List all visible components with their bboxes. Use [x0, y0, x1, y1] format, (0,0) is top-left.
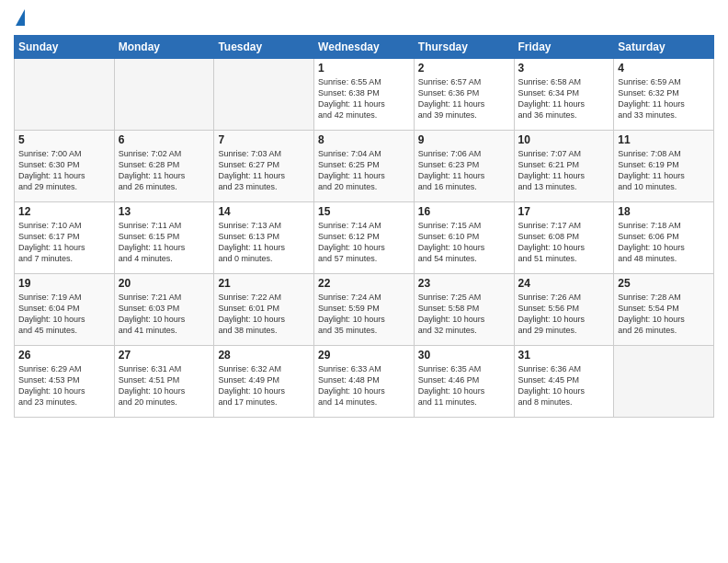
calendar-cell: [15, 59, 115, 131]
day-info: Sunrise: 6:31 AM Sunset: 4:51 PM Dayligh…: [119, 363, 210, 408]
day-header-tuesday: Tuesday: [214, 36, 314, 59]
week-row-1: 1Sunrise: 6:55 AM Sunset: 6:38 PM Daylig…: [15, 59, 714, 131]
day-number: 17: [518, 205, 610, 218]
day-number: 21: [218, 277, 310, 290]
calendar-cell: 8Sunrise: 7:04 AM Sunset: 6:25 PM Daylig…: [314, 131, 415, 202]
day-number: 19: [18, 277, 110, 290]
calendar-cell: 23Sunrise: 7:25 AM Sunset: 5:58 PM Dayli…: [414, 274, 514, 346]
calendar-table: SundayMondayTuesdayWednesdayThursdayFrid…: [14, 35, 714, 418]
calendar-cell: 2Sunrise: 6:57 AM Sunset: 6:36 PM Daylig…: [414, 59, 514, 131]
day-number: 24: [518, 277, 610, 290]
day-number: 11: [618, 133, 710, 146]
day-header-thursday: Thursday: [414, 36, 514, 59]
day-info: Sunrise: 7:18 AM Sunset: 6:06 PM Dayligh…: [618, 220, 710, 265]
day-number: 25: [618, 277, 710, 290]
day-number: 12: [18, 205, 110, 218]
calendar-cell: 7Sunrise: 7:03 AM Sunset: 6:27 PM Daylig…: [214, 131, 314, 202]
calendar-cell: 18Sunrise: 7:18 AM Sunset: 6:06 PM Dayli…: [614, 202, 714, 274]
day-number: 6: [119, 133, 210, 146]
day-header-saturday: Saturday: [614, 36, 714, 59]
day-info: Sunrise: 7:02 AM Sunset: 6:28 PM Dayligh…: [119, 148, 210, 193]
day-number: 31: [518, 349, 610, 362]
calendar-cell: 30Sunrise: 6:35 AM Sunset: 4:46 PM Dayli…: [414, 346, 514, 418]
day-info: Sunrise: 7:06 AM Sunset: 6:23 PM Dayligh…: [418, 148, 510, 193]
day-info: Sunrise: 7:21 AM Sunset: 6:03 PM Dayligh…: [119, 292, 210, 337]
day-number: 5: [18, 133, 110, 146]
day-info: Sunrise: 6:36 AM Sunset: 4:45 PM Dayligh…: [518, 363, 610, 408]
day-info: Sunrise: 7:03 AM Sunset: 6:27 PM Dayligh…: [218, 148, 310, 193]
day-number: 20: [119, 277, 210, 290]
calendar-cell: 14Sunrise: 7:13 AM Sunset: 6:13 PM Dayli…: [214, 202, 314, 274]
calendar-cell: 16Sunrise: 7:15 AM Sunset: 6:10 PM Dayli…: [414, 202, 514, 274]
calendar-cell: 27Sunrise: 6:31 AM Sunset: 4:51 PM Dayli…: [114, 346, 214, 418]
week-row-5: 26Sunrise: 6:29 AM Sunset: 4:53 PM Dayli…: [15, 346, 714, 418]
calendar-cell: 29Sunrise: 6:33 AM Sunset: 4:48 PM Dayli…: [314, 346, 415, 418]
day-number: 23: [418, 277, 510, 290]
calendar-cell: 9Sunrise: 7:06 AM Sunset: 6:23 PM Daylig…: [414, 131, 514, 202]
day-number: 2: [418, 62, 510, 75]
day-number: 13: [119, 205, 210, 218]
day-info: Sunrise: 7:17 AM Sunset: 6:08 PM Dayligh…: [518, 220, 610, 265]
calendar-cell: 4Sunrise: 6:59 AM Sunset: 6:32 PM Daylig…: [614, 59, 714, 131]
logo: [14, 9, 25, 28]
day-info: Sunrise: 7:13 AM Sunset: 6:13 PM Dayligh…: [218, 220, 310, 265]
calendar-cell: 31Sunrise: 6:36 AM Sunset: 4:45 PM Dayli…: [514, 346, 614, 418]
calendar-cell: 13Sunrise: 7:11 AM Sunset: 6:15 PM Dayli…: [114, 202, 214, 274]
week-row-2: 5Sunrise: 7:00 AM Sunset: 6:30 PM Daylig…: [15, 131, 714, 202]
calendar-cell: 5Sunrise: 7:00 AM Sunset: 6:30 PM Daylig…: [15, 131, 115, 202]
calendar-cell: 10Sunrise: 7:07 AM Sunset: 6:21 PM Dayli…: [514, 131, 614, 202]
calendar-cell: 11Sunrise: 7:08 AM Sunset: 6:19 PM Dayli…: [614, 131, 714, 202]
day-info: Sunrise: 7:08 AM Sunset: 6:19 PM Dayligh…: [618, 148, 710, 193]
day-number: 8: [318, 133, 410, 146]
calendar-cell: 12Sunrise: 7:10 AM Sunset: 6:17 PM Dayli…: [15, 202, 115, 274]
day-number: 27: [119, 349, 210, 362]
header-row: SundayMondayTuesdayWednesdayThursdayFrid…: [15, 36, 714, 59]
calendar-cell: 15Sunrise: 7:14 AM Sunset: 6:12 PM Dayli…: [314, 202, 415, 274]
day-number: 28: [218, 349, 310, 362]
day-info: Sunrise: 7:04 AM Sunset: 6:25 PM Dayligh…: [318, 148, 410, 193]
calendar-cell: 25Sunrise: 7:28 AM Sunset: 5:54 PM Dayli…: [614, 274, 714, 346]
logo-triangle-icon: [16, 9, 25, 26]
day-info: Sunrise: 7:19 AM Sunset: 6:04 PM Dayligh…: [18, 292, 110, 337]
day-info: Sunrise: 7:22 AM Sunset: 6:01 PM Dayligh…: [218, 292, 310, 337]
day-header-wednesday: Wednesday: [314, 36, 415, 59]
day-info: Sunrise: 7:14 AM Sunset: 6:12 PM Dayligh…: [318, 220, 410, 265]
day-number: 7: [218, 133, 310, 146]
day-number: 1: [318, 62, 410, 75]
calendar-cell: 21Sunrise: 7:22 AM Sunset: 6:01 PM Dayli…: [214, 274, 314, 346]
calendar-cell: 19Sunrise: 7:19 AM Sunset: 6:04 PM Dayli…: [15, 274, 115, 346]
week-row-4: 19Sunrise: 7:19 AM Sunset: 6:04 PM Dayli…: [15, 274, 714, 346]
day-info: Sunrise: 6:55 AM Sunset: 6:38 PM Dayligh…: [318, 76, 410, 121]
week-row-3: 12Sunrise: 7:10 AM Sunset: 6:17 PM Dayli…: [15, 202, 714, 274]
day-info: Sunrise: 7:10 AM Sunset: 6:17 PM Dayligh…: [18, 220, 110, 265]
day-info: Sunrise: 6:35 AM Sunset: 4:46 PM Dayligh…: [418, 363, 510, 408]
day-info: Sunrise: 6:59 AM Sunset: 6:32 PM Dayligh…: [618, 76, 710, 121]
calendar-cell: [114, 59, 214, 131]
calendar-cell: 24Sunrise: 7:26 AM Sunset: 5:56 PM Dayli…: [514, 274, 614, 346]
day-number: 3: [518, 62, 610, 75]
calendar-cell: 3Sunrise: 6:58 AM Sunset: 6:34 PM Daylig…: [514, 59, 614, 131]
day-info: Sunrise: 6:32 AM Sunset: 4:49 PM Dayligh…: [218, 363, 310, 408]
calendar-cell: 6Sunrise: 7:02 AM Sunset: 6:28 PM Daylig…: [114, 131, 214, 202]
day-number: 22: [318, 277, 410, 290]
day-number: 26: [18, 349, 110, 362]
calendar-cell: 1Sunrise: 6:55 AM Sunset: 6:38 PM Daylig…: [314, 59, 415, 131]
day-info: Sunrise: 7:15 AM Sunset: 6:10 PM Dayligh…: [418, 220, 510, 265]
calendar-cell: 17Sunrise: 7:17 AM Sunset: 6:08 PM Dayli…: [514, 202, 614, 274]
day-header-monday: Monday: [114, 36, 214, 59]
calendar-cell: 26Sunrise: 6:29 AM Sunset: 4:53 PM Dayli…: [15, 346, 115, 418]
calendar-cell: 20Sunrise: 7:21 AM Sunset: 6:03 PM Dayli…: [114, 274, 214, 346]
day-number: 9: [418, 133, 510, 146]
day-info: Sunrise: 6:57 AM Sunset: 6:36 PM Dayligh…: [418, 76, 510, 121]
calendar-cell: [214, 59, 314, 131]
day-number: 18: [618, 205, 710, 218]
day-number: 30: [418, 349, 510, 362]
day-info: Sunrise: 7:24 AM Sunset: 5:59 PM Dayligh…: [318, 292, 410, 337]
day-info: Sunrise: 6:33 AM Sunset: 4:48 PM Dayligh…: [318, 363, 410, 408]
day-info: Sunrise: 7:26 AM Sunset: 5:56 PM Dayligh…: [518, 292, 610, 337]
calendar-cell: [614, 346, 714, 418]
day-info: Sunrise: 7:07 AM Sunset: 6:21 PM Dayligh…: [518, 148, 610, 193]
day-info: Sunrise: 7:25 AM Sunset: 5:58 PM Dayligh…: [418, 292, 510, 337]
day-number: 14: [218, 205, 310, 218]
day-info: Sunrise: 6:29 AM Sunset: 4:53 PM Dayligh…: [18, 363, 110, 408]
